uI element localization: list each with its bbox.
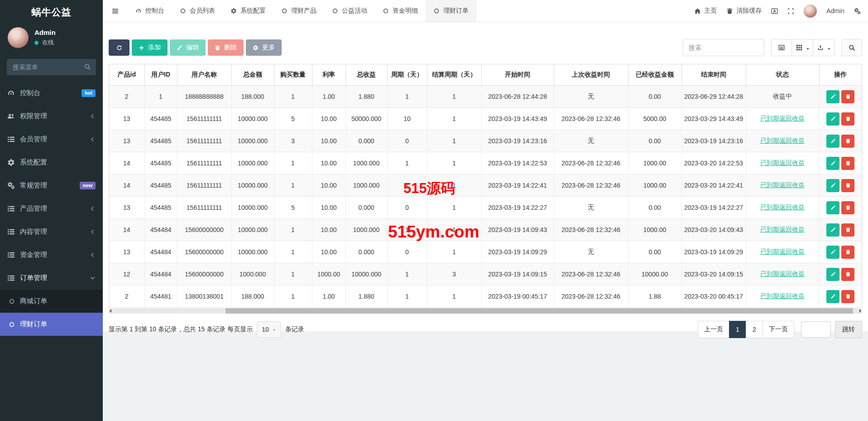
- edit-row-button[interactable]: [826, 290, 839, 303]
- delete-row-button[interactable]: [841, 90, 854, 103]
- sidebar-item-权限管理[interactable]: 权限管理: [0, 105, 103, 128]
- tab-系统配置[interactable]: 系统配置: [223, 0, 273, 22]
- table-row[interactable]: 2118888888888188.00011.001.880112023-06-…: [109, 86, 862, 108]
- tab-公益活动[interactable]: 公益活动: [324, 0, 375, 22]
- table-row[interactable]: 245448113800138001188.00011.001.88011202…: [109, 286, 862, 308]
- toolbar-button-更多[interactable]: 更多: [246, 39, 282, 56]
- delete-row-button[interactable]: [841, 246, 854, 259]
- toolbar-table-list-button[interactable]: [771, 39, 792, 56]
- delete-row-button[interactable]: [841, 135, 854, 148]
- column-header-购买数量[interactable]: 购买数量: [274, 64, 312, 86]
- delete-row-button[interactable]: [841, 112, 854, 126]
- subitem-label: 商城订单: [20, 297, 47, 305]
- jump-page-input[interactable]: [801, 321, 831, 338]
- edit-row-button[interactable]: [826, 246, 839, 259]
- edit-row-button[interactable]: [826, 112, 839, 126]
- language-icon[interactable]: [771, 8, 778, 15]
- sidebar-item-内容管理[interactable]: 内容管理: [0, 220, 103, 243]
- column-header-总金额[interactable]: 总金额: [231, 64, 274, 86]
- tab-资金明细[interactable]: 资金明细: [375, 0, 426, 22]
- table-row[interactable]: 144544851561111111110000.000110.001000.0…: [109, 152, 862, 174]
- sidebar-subitem-理财订单[interactable]: 理财订单: [0, 313, 103, 336]
- sidebar-item-会员管理[interactable]: 会员管理: [0, 128, 103, 151]
- column-header-总收益[interactable]: 总收益: [345, 64, 387, 86]
- edit-row-button[interactable]: [826, 223, 839, 237]
- page-button-2[interactable]: 2: [746, 321, 763, 338]
- table-cell: 10.00: [312, 197, 345, 219]
- jump-button[interactable]: 跳转: [835, 321, 862, 338]
- tab-控制台[interactable]: 控制台: [128, 0, 172, 22]
- delete-row-button[interactable]: [841, 268, 854, 281]
- table-row[interactable]: 134544851561111111110000.000510.000.0000…: [109, 197, 862, 219]
- column-header-利率[interactable]: 利率: [312, 64, 345, 86]
- sidebar-subitem-商城订单[interactable]: 商城订单: [0, 290, 103, 313]
- sidebar-item-系统配置[interactable]: 系统配置: [0, 151, 103, 174]
- tab-会员列表[interactable]: 会员列表: [172, 0, 223, 22]
- gears-icon[interactable]: [854, 8, 861, 15]
- topbar-avatar[interactable]: [804, 5, 817, 18]
- toolbar-button-添加[interactable]: 添加: [132, 39, 168, 56]
- hamburger-icon[interactable]: [103, 0, 128, 22]
- column-header-操作[interactable]: 操作: [819, 64, 862, 86]
- toolbar-export-button[interactable]: [813, 39, 834, 56]
- column-header-用户ID[interactable]: 用户ID: [144, 64, 177, 86]
- search-button[interactable]: [841, 39, 862, 56]
- page-size-select[interactable]: 10: [257, 321, 281, 338]
- column-header-开始时间[interactable]: 开始时间: [481, 64, 554, 86]
- avatar[interactable]: [8, 27, 29, 48]
- sidebar-item-资金管理[interactable]: 资金管理: [0, 243, 103, 266]
- table-row[interactable]: 144544851561111111110000.000110.001000.0…: [109, 174, 862, 197]
- next-page-button[interactable]: 下一页: [762, 321, 794, 338]
- delete-row-button[interactable]: [841, 179, 854, 192]
- toolbar-grid-button[interactable]: [791, 39, 813, 56]
- table-row[interactable]: 134544851561111111110000.000510.0050000.…: [109, 108, 862, 130]
- edit-row-button[interactable]: [826, 268, 839, 281]
- sidebar-item-订单管理[interactable]: 订单管理: [0, 266, 103, 290]
- column-header-产品id[interactable]: 产品id: [109, 64, 144, 86]
- table-cell: 2023-03-19 14:09:15: [481, 263, 554, 286]
- edit-row-button[interactable]: [826, 201, 839, 214]
- column-header-结算周期（天）[interactable]: 结算周期（天）: [427, 64, 481, 86]
- topbar-username[interactable]: Admin: [826, 7, 844, 15]
- delete-row-button[interactable]: [841, 290, 854, 303]
- toolbar-button-编辑[interactable]: 编辑: [170, 39, 206, 56]
- edit-row-button[interactable]: [826, 157, 839, 170]
- table-search-input[interactable]: [683, 39, 764, 56]
- delete-row-button[interactable]: [841, 201, 854, 214]
- prev-page-button[interactable]: 上一页: [698, 321, 729, 338]
- tab-理财产品[interactable]: 理财产品: [273, 0, 324, 22]
- column-header-结束时间[interactable]: 结束时间: [681, 64, 746, 86]
- page-button-1[interactable]: 1: [729, 321, 746, 338]
- table-row[interactable]: 12454484156000000001000.00011000.0010000…: [109, 263, 862, 286]
- sidebar-item-常规管理[interactable]: 常规管理new: [0, 174, 103, 197]
- fullscreen-icon[interactable]: [787, 8, 794, 15]
- list-icon: [7, 251, 15, 259]
- column-header-周期（天）[interactable]: 周期（天）: [387, 64, 427, 86]
- sidebar-item-产品管理[interactable]: 产品管理: [0, 197, 103, 220]
- edit-row-button[interactable]: [826, 90, 839, 103]
- column-header-状态[interactable]: 状态: [746, 64, 819, 86]
- scroll-left-arrow-icon[interactable]: [110, 309, 111, 313]
- delete-row-button[interactable]: [841, 157, 854, 170]
- table-cell: 1000.000: [231, 263, 274, 286]
- column-header-已经收益金额[interactable]: 已经收益金额: [628, 64, 681, 86]
- sidebar-item-控制台[interactable]: 控制台hot: [0, 82, 103, 105]
- clear-cache-link[interactable]: 清除缓存: [726, 7, 762, 15]
- toolbar-button-删除[interactable]: 删除: [208, 39, 244, 56]
- table-cell: 15611111111: [177, 130, 231, 152]
- home-link[interactable]: 主页: [694, 7, 717, 15]
- column-header-上次收益时间[interactable]: 上次收益时间: [554, 64, 628, 86]
- column-header-用户名称[interactable]: 用户名称: [177, 64, 231, 86]
- menu-search-input[interactable]: [7, 59, 96, 75]
- edit-row-button[interactable]: [826, 135, 839, 148]
- table-row[interactable]: 134544851561111111110000.000310.000.0000…: [109, 130, 862, 152]
- scrollbar-thumb[interactable]: [225, 308, 853, 314]
- table-row[interactable]: 134544841560000000010000.000110.000.0000…: [109, 241, 862, 263]
- delete-row-button[interactable]: [841, 223, 854, 237]
- edit-row-button[interactable]: [826, 179, 839, 192]
- refresh-button[interactable]: [109, 39, 129, 56]
- scroll-right-arrow-icon[interactable]: [859, 309, 861, 313]
- table-row[interactable]: 144544841560000000010000.000110.001000.0…: [109, 219, 862, 241]
- horizontal-scrollbar[interactable]: [109, 308, 862, 314]
- tab-理财订单[interactable]: 理财订单: [426, 0, 476, 22]
